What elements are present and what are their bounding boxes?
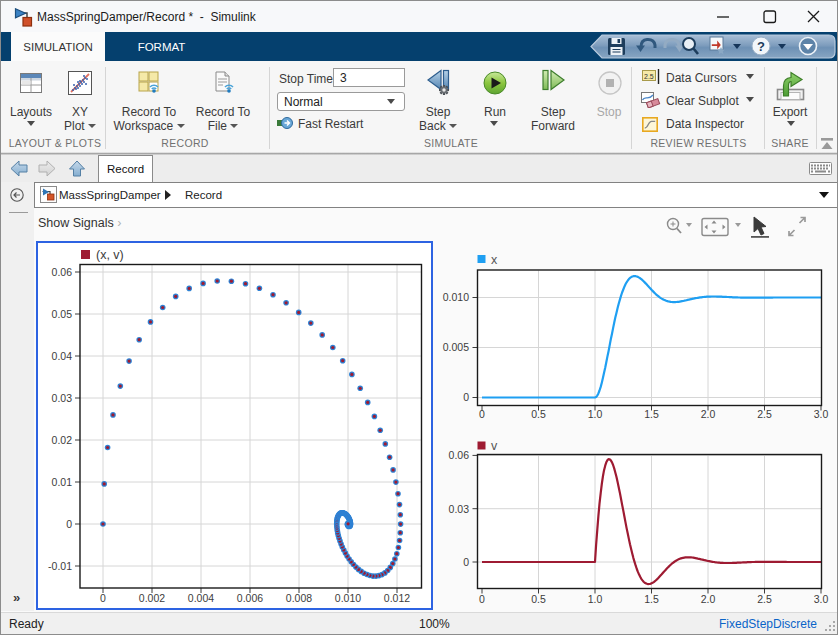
svg-text:3.0: 3.0 [814, 408, 829, 420]
svg-text:2.5: 2.5 [757, 593, 772, 605]
svg-text:0.5: 0.5 [531, 408, 546, 420]
svg-text:?: ? [757, 39, 765, 54]
svg-text:2.0: 2.0 [701, 408, 716, 420]
svg-text:0.010: 0.010 [443, 291, 469, 303]
svg-text:2.0: 2.0 [701, 593, 716, 605]
svg-text:0: 0 [463, 391, 469, 403]
svg-text:3.0: 3.0 [814, 593, 829, 605]
svg-text:1.0: 1.0 [588, 593, 603, 605]
svg-text:1.5: 1.5 [644, 593, 659, 605]
svg-text:2.5: 2.5 [757, 408, 772, 420]
svg-text:1.0: 1.0 [588, 408, 603, 420]
svg-text:0.5: 0.5 [531, 593, 546, 605]
svg-text:x: x [491, 253, 498, 267]
svg-text:0.03: 0.03 [449, 503, 470, 515]
svg-text:1.5: 1.5 [644, 408, 659, 420]
svg-text:0: 0 [463, 556, 469, 568]
svg-text:0: 0 [479, 408, 485, 420]
svg-text:0: 0 [479, 593, 485, 605]
svg-text:0.005: 0.005 [443, 341, 469, 353]
svg-text:2.5: 2.5 [644, 73, 654, 80]
svg-text:v: v [491, 439, 498, 453]
svg-text:0.06: 0.06 [449, 449, 470, 461]
